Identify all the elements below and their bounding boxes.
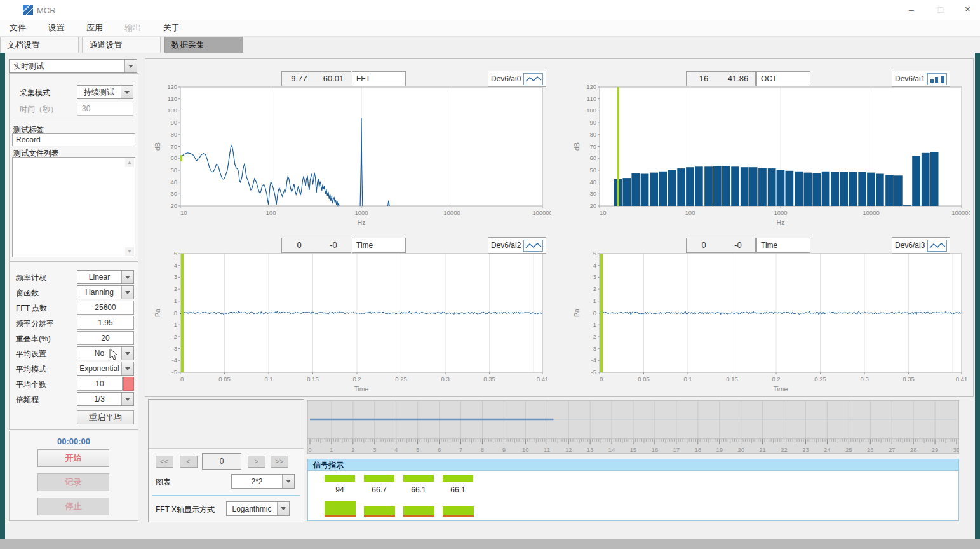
menu-about[interactable]: 关于 bbox=[154, 20, 189, 36]
menu-file[interactable]: 文件 bbox=[0, 20, 36, 36]
svg-text:60: 60 bbox=[589, 154, 596, 161]
svg-text:Hz: Hz bbox=[777, 219, 785, 226]
svg-text:80: 80 bbox=[170, 131, 177, 138]
timeline-ruler[interactable]: 0123456789101112131415161718192021222324… bbox=[307, 400, 959, 454]
svg-text:110: 110 bbox=[587, 95, 596, 102]
chevron-down-icon[interactable] bbox=[121, 347, 133, 360]
nav-next-button[interactable]: > bbox=[248, 456, 265, 468]
chevron-down-icon[interactable] bbox=[121, 86, 133, 98]
test-tag-input[interactable]: Record bbox=[12, 133, 135, 146]
window-func-label: 窗函数 bbox=[16, 288, 39, 299]
test-file-list[interactable]: ▲ ▼ bbox=[12, 157, 135, 257]
svg-text:-5: -5 bbox=[172, 369, 177, 376]
signal-indication-panel: 94 66.7 66.1 66.1 bbox=[307, 470, 959, 521]
tab-channel-settings[interactable]: 通道设置 bbox=[82, 37, 161, 53]
freq-weighting-select[interactable]: Linear bbox=[77, 270, 134, 284]
svg-text:0.05: 0.05 bbox=[638, 376, 650, 383]
freq-resolution-input[interactable]: 1.95 bbox=[77, 316, 134, 330]
signal-bar bbox=[325, 475, 355, 482]
time2-chart[interactable]: -5-4-3-2-101234500.050.10.150.20.250.30.… bbox=[570, 250, 970, 398]
svg-text:70: 70 bbox=[589, 143, 596, 150]
avg-setting-select[interactable]: No bbox=[77, 346, 134, 360]
fft-chart[interactable]: 2030405060708090100110120101001000100001… bbox=[151, 84, 551, 232]
tab-data-acquisition[interactable]: 数据采集 bbox=[164, 37, 243, 53]
tab-document-settings[interactable]: 文档设置 bbox=[0, 37, 79, 53]
window-frame-left bbox=[0, 53, 5, 539]
minimize-button[interactable]: – bbox=[897, 0, 926, 20]
chevron-down-icon[interactable] bbox=[121, 286, 133, 299]
menu-apply[interactable]: 应用 bbox=[77, 20, 112, 36]
run-control-group: 00:00:00 开始 记录 停止 bbox=[9, 431, 138, 521]
svg-text:-3: -3 bbox=[172, 345, 177, 352]
svg-text:30: 30 bbox=[589, 190, 596, 197]
svg-text:5: 5 bbox=[416, 446, 419, 453]
svg-text:0.35: 0.35 bbox=[483, 376, 495, 383]
restart-average-button[interactable]: 重启平均 bbox=[77, 410, 134, 424]
svg-text:90: 90 bbox=[170, 119, 177, 126]
svg-text:0.2: 0.2 bbox=[352, 376, 361, 383]
octave-select[interactable]: 1/3 bbox=[77, 392, 134, 406]
chevron-down-icon[interactable] bbox=[277, 502, 289, 515]
nav-last-button[interactable]: >> bbox=[271, 456, 288, 468]
chevron-down-icon[interactable] bbox=[282, 475, 294, 488]
svg-text:0.3: 0.3 bbox=[860, 376, 868, 383]
signal-value: 66.7 bbox=[364, 485, 394, 494]
svg-text:110: 110 bbox=[168, 95, 177, 102]
svg-text:26: 26 bbox=[867, 446, 874, 453]
record-button[interactable]: 记录 bbox=[37, 473, 109, 491]
overlap-input[interactable]: 20 bbox=[77, 331, 134, 345]
svg-text:14: 14 bbox=[608, 446, 615, 453]
avg-count-input[interactable]: 10 bbox=[77, 377, 123, 391]
nav-position-value[interactable]: 0 bbox=[202, 453, 241, 470]
scroll-up-icon[interactable]: ▲ bbox=[125, 158, 134, 167]
time1-chart[interactable]: -5-4-3-2-101234500.050.10.150.20.250.30.… bbox=[151, 250, 551, 398]
fft-xaxis-select[interactable]: Logarithmic bbox=[226, 501, 290, 516]
nav-prev-button[interactable]: < bbox=[180, 456, 198, 468]
svg-text:9: 9 bbox=[502, 446, 506, 453]
nav-first-button[interactable]: << bbox=[156, 456, 173, 468]
acq-mode-select[interactable]: 持续测试 bbox=[77, 85, 133, 99]
svg-text:90: 90 bbox=[589, 119, 596, 126]
avg-mode-select[interactable]: Exponential bbox=[77, 362, 134, 376]
chevron-down-icon[interactable] bbox=[121, 271, 133, 283]
signal-bar bbox=[403, 475, 434, 482]
chevron-down-icon[interactable] bbox=[121, 393, 133, 405]
svg-text:0.3: 0.3 bbox=[441, 376, 449, 383]
svg-text:0.15: 0.15 bbox=[726, 376, 738, 383]
svg-text:100: 100 bbox=[586, 107, 596, 114]
chart-layout-select[interactable]: 2*2 bbox=[231, 474, 295, 489]
chevron-down-icon[interactable] bbox=[121, 362, 133, 375]
title-bar: MCR – □ × bbox=[0, 0, 980, 21]
menu-bar: 文件 设置 应用 输出 关于 bbox=[0, 20, 980, 37]
fft-points-input[interactable]: 25600 bbox=[77, 301, 134, 315]
signal-bar bbox=[443, 475, 473, 482]
svg-text:3: 3 bbox=[174, 273, 177, 280]
fft-points-label: FFT 点数 bbox=[16, 303, 47, 314]
separator bbox=[15, 121, 133, 121]
svg-text:-4: -4 bbox=[172, 356, 177, 363]
maximize-button[interactable]: □ bbox=[926, 0, 955, 20]
svg-text:50: 50 bbox=[589, 166, 596, 173]
bar-chart-icon bbox=[927, 73, 947, 85]
svg-text:16: 16 bbox=[652, 446, 659, 453]
oct-chart[interactable]: 2030405060708090100110120101001000100001… bbox=[570, 84, 970, 232]
svg-text:10: 10 bbox=[180, 209, 187, 216]
svg-text:5: 5 bbox=[593, 250, 596, 257]
svg-text:20: 20 bbox=[170, 202, 177, 209]
close-button[interactable]: × bbox=[955, 0, 980, 20]
overlap-label: 重叠率(%) bbox=[16, 334, 51, 344]
window-func-select[interactable]: Hanning bbox=[77, 285, 134, 299]
start-button[interactable]: 开始 bbox=[37, 449, 109, 467]
menu-settings[interactable]: 设置 bbox=[38, 20, 74, 36]
status-bar bbox=[0, 539, 980, 549]
svg-text:6: 6 bbox=[438, 446, 441, 453]
window-frame-right bbox=[975, 53, 980, 539]
chevron-down-icon[interactable] bbox=[124, 60, 137, 72]
test-mode-select[interactable]: 实时测试 bbox=[9, 59, 137, 73]
svg-text:-4: -4 bbox=[591, 356, 596, 363]
svg-text:30: 30 bbox=[953, 446, 959, 453]
signal-level-meter bbox=[403, 506, 434, 517]
svg-text:4: 4 bbox=[394, 446, 398, 453]
stop-button[interactable]: 停止 bbox=[37, 498, 109, 515]
scroll-down-icon[interactable]: ▼ bbox=[125, 247, 134, 256]
